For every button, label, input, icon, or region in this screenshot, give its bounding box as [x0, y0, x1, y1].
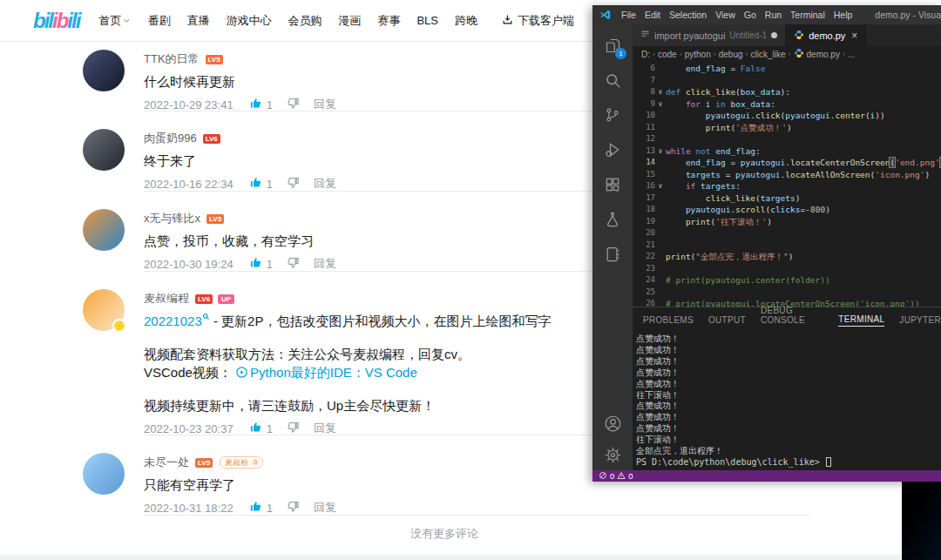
breadcrumb-item[interactable]: python — [685, 50, 711, 59]
breadcrumb-item[interactable]: debug — [719, 50, 743, 59]
menu-terminal[interactable]: Terminal — [786, 10, 829, 20]
reply-button[interactable]: 回复 — [314, 500, 336, 516]
code-line: 10 pyautogui.click(pyautogui.center(i)) — [633, 110, 941, 122]
terminal-line: 点赞成功！ — [636, 401, 941, 412]
reply-button[interactable]: 回复 — [314, 176, 336, 192]
nav-item-6[interactable]: BLS — [416, 14, 438, 27]
nav-item-0[interactable]: 番剧 — [147, 13, 170, 29]
like-button[interactable]: 1 — [249, 500, 273, 516]
menu-go[interactable]: Go — [740, 10, 761, 20]
avatar[interactable]: ⚡ — [83, 289, 125, 331]
like-button[interactable]: 1 — [249, 256, 273, 272]
code-editor[interactable]: 6 end_flag = False 7 8 ∨ def click_like(… — [633, 62, 941, 307]
activity-settings-icon[interactable] — [592, 439, 633, 470]
avatar[interactable] — [83, 453, 125, 495]
activity-notebook-icon[interactable] — [592, 237, 633, 272]
nav-item-7[interactable]: 跨晚 — [455, 13, 477, 29]
activity-account-icon[interactable] — [592, 408, 633, 439]
terminal-line: 点赞成功！ — [636, 368, 941, 379]
dislike-button[interactable] — [287, 176, 300, 192]
line-number: 19 — [633, 216, 655, 228]
comment-username[interactable]: 肉蛋奶996 — [144, 131, 197, 146]
line-number: 9 — [633, 98, 655, 111]
line-number: 22 — [633, 251, 655, 263]
comment-username[interactable]: TTK的日常 — [144, 51, 200, 67]
reply-button[interactable]: 回复 — [314, 256, 336, 272]
nav-item-home[interactable]: 首页 — [98, 13, 131, 29]
breadcrumb-item[interactable]: click_like — [751, 50, 786, 59]
nav-item-4[interactable]: 漫画 — [338, 13, 361, 29]
tab-demo-py[interactable]: demo.py × — [786, 24, 866, 46]
panel-tab-problems[interactable]: PROBLEMS — [643, 315, 694, 327]
breadcrumb-item[interactable]: ... — [848, 50, 855, 59]
errors-icon — [599, 471, 607, 482]
activity-source-control-icon[interactable] — [592, 98, 633, 132]
breadcrumb-item[interactable]: demo.py — [794, 48, 840, 60]
breadcrumb-item[interactable]: code — [658, 50, 677, 59]
terminal-line: 点赞成功！ — [636, 345, 941, 356]
nav-item-2[interactable]: 游戏中心 — [226, 13, 271, 29]
menu-selection[interactable]: Selection — [665, 10, 711, 20]
gutter-space — [655, 227, 666, 240]
comment-link[interactable]: 20221023 — [144, 314, 210, 328]
terminal[interactable]: 点赞成功！点赞成功！点赞成功！点赞成功！点赞成功！往下滚动！点赞成功！点赞成功！… — [633, 332, 941, 470]
menu-view[interactable]: View — [711, 10, 740, 20]
panel-tab-terminal[interactable]: TERMINAL — [838, 314, 884, 327]
fold-chevron-icon[interactable]: ∨ — [655, 180, 666, 192]
download-client-button[interactable]: 下载客户端 — [501, 13, 574, 29]
up-badge: UP — [218, 294, 234, 304]
comment-date: 2022-10-16 22:34 — [144, 178, 234, 191]
bilibili-logo[interactable]: bilibili — [33, 9, 79, 33]
unsaved-dot-icon — [771, 32, 777, 38]
comment-link[interactable]: Python最好的IDE：VS Code — [235, 365, 417, 380]
fold-chevron-icon[interactable]: ∨ — [655, 98, 666, 111]
panel-tab-output[interactable]: OUTPUT — [708, 315, 746, 327]
dislike-button[interactable] — [287, 256, 300, 272]
fold-chevron-icon[interactable]: ∨ — [655, 86, 666, 98]
activity-explorer-icon[interactable]: 1 — [592, 28, 633, 63]
avatar[interactable] — [83, 50, 125, 91]
line-number: 15 — [633, 169, 655, 181]
nav-item-5[interactable]: 赛事 — [377, 13, 400, 29]
menu-help[interactable]: Help — [829, 10, 857, 20]
breadcrumb-item[interactable]: D: — [641, 50, 650, 59]
comment-username[interactable]: x无与锋比x — [144, 211, 200, 226]
gutter-space — [655, 157, 666, 169]
avatar[interactable] — [83, 129, 125, 171]
fold-chevron-icon[interactable]: ∨ — [655, 145, 666, 158]
panel-tab-debug-console[interactable]: DEBUG CONSOLE — [761, 306, 823, 327]
activity-testing-icon[interactable] — [592, 202, 633, 237]
file-lines-icon — [640, 30, 650, 41]
menu-run[interactable]: Run — [761, 10, 786, 20]
like-count: 1 — [267, 178, 273, 191]
avatar[interactable] — [83, 209, 125, 251]
code-line: 25 — [633, 287, 941, 299]
nav-item-3[interactable]: 会员购 — [288, 13, 322, 29]
activity-search-icon[interactable] — [592, 63, 633, 98]
vscode-logo-icon[interactable] — [599, 9, 612, 21]
nav-item-1[interactable]: 直播 — [186, 13, 209, 29]
nav-home-label: 首页 — [98, 13, 121, 29]
line-number: 12 — [633, 133, 655, 145]
comment-date: 2022-10-29 23:41 — [144, 98, 234, 111]
comment-date: 2022-10-23 20:37 — [144, 422, 234, 435]
panel-tab-jupyter[interactable]: JUPYTER — [899, 315, 941, 327]
activity-extensions-icon[interactable] — [592, 167, 633, 202]
terminal-line: 全部点完，退出程序！ — [636, 446, 941, 457]
activity-run-debug-icon[interactable] — [592, 132, 633, 167]
code-line: 19 print('往下滚动！') — [633, 216, 941, 228]
comment-username[interactable]: 麦叔编程 — [144, 291, 189, 307]
comment-username[interactable]: 未尽一处 — [144, 455, 189, 470]
menu-edit[interactable]: Edit — [640, 10, 665, 20]
like-button[interactable]: 1 — [249, 176, 273, 192]
dislike-button[interactable] — [287, 500, 300, 516]
close-icon[interactable]: × — [851, 30, 857, 42]
tab-import-pyautogui[interactable]: import pyautoguiUntitled-1 — [633, 24, 786, 46]
terminal-prompt: PS D:\code\python\debug\click_like> — [636, 457, 941, 469]
gutter-space — [655, 75, 666, 87]
like-count: 1 — [267, 502, 273, 515]
problems-status[interactable]: 0 0 — [599, 471, 633, 482]
line-number: 26 — [633, 298, 655, 307]
comment-text-segment: 视频持续更新中，请三连鼓励，Up主会尽快更新！ — [144, 398, 435, 413]
menu-file[interactable]: File — [617, 10, 640, 20]
